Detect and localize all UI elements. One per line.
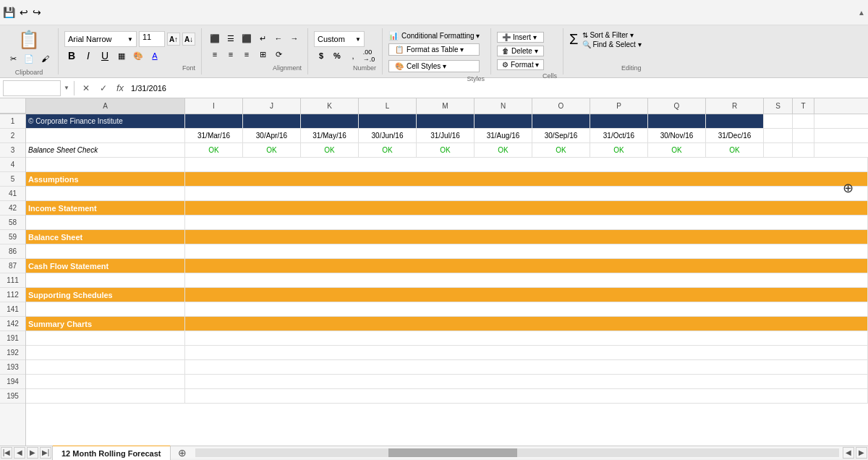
col-header-i[interactable]: I	[185, 98, 243, 114]
row-num-58[interactable]: 58	[0, 216, 25, 230]
cell-r2[interactable]: 31/Dec/16	[706, 129, 764, 142]
cell-j1[interactable]	[243, 114, 301, 128]
cell-n3[interactable]: OK	[475, 143, 532, 157]
scrollbar-thumb[interactable]	[388, 448, 517, 457]
cell-a2[interactable]	[26, 129, 185, 142]
scroll-right-button[interactable]: ▶	[856, 447, 867, 459]
col-header-j[interactable]: J	[243, 98, 301, 114]
cell-m1[interactable]	[417, 114, 475, 128]
select-all-button[interactable]	[0, 98, 26, 114]
cell-j3[interactable]: OK	[243, 143, 301, 157]
align-left-icon[interactable]: ≡	[208, 47, 222, 61]
cell-a42[interactable]: Income Statement	[26, 201, 185, 215]
cell-a41[interactable]	[26, 187, 185, 200]
row-num-2[interactable]: 2	[0, 129, 25, 143]
comma-button[interactable]: ,	[346, 48, 360, 63]
cell-rest194[interactable]	[185, 375, 868, 388]
row-num-141[interactable]: 141	[0, 302, 25, 317]
cell-rest4[interactable]	[185, 158, 868, 171]
cell-q1[interactable]	[648, 114, 706, 128]
row-num-42[interactable]: 42	[0, 201, 25, 216]
expand-namebox-icon[interactable]: ▼	[64, 85, 69, 91]
cell-rest193[interactable]	[185, 360, 868, 374]
cell-l1[interactable]	[359, 114, 417, 128]
cell-p3[interactable]: OK	[590, 143, 648, 157]
col-header-o[interactable]: O	[532, 98, 590, 114]
cell-r1[interactable]	[706, 114, 764, 128]
row-num-4[interactable]: 4	[0, 158, 25, 172]
align-right-icon[interactable]: ≡	[239, 47, 254, 61]
cell-i3[interactable]: OK	[185, 143, 243, 157]
row-num-5[interactable]: 5	[0, 172, 25, 187]
cell-m3[interactable]: OK	[417, 143, 475, 157]
increase-decimal-button[interactable]: .00→.0	[362, 48, 376, 63]
cell-a194[interactable]	[26, 375, 185, 388]
paste-icon[interactable]: 📋	[19, 30, 39, 50]
horizontal-scrollbar[interactable]	[195, 448, 839, 457]
font-size-input[interactable]: 11	[139, 31, 165, 47]
row-num-1[interactable]: 1	[0, 114, 25, 129]
cell-i2[interactable]: 31/Mar/16	[185, 129, 243, 142]
add-sheet-button[interactable]: ⊕	[172, 444, 192, 461]
align-top-center-icon[interactable]: ☰	[224, 31, 238, 46]
cell-k1[interactable]	[301, 114, 359, 128]
cell-rest86[interactable]	[185, 244, 868, 258]
cell-k2[interactable]: 31/May/16	[301, 129, 359, 142]
cell-a86[interactable]	[26, 244, 185, 258]
row-num-3[interactable]: 3	[0, 143, 25, 158]
cell-rest58[interactable]	[185, 216, 868, 229]
cell-a4[interactable]	[26, 158, 185, 171]
copy-icon[interactable]: 📄	[22, 51, 36, 66]
cell-rest195[interactable]	[185, 389, 868, 403]
cell-rest141[interactable]	[185, 302, 868, 316]
undo-icon[interactable]: ↩	[20, 7, 28, 18]
align-center-icon[interactable]: ≡	[224, 47, 238, 61]
sheet-tab[interactable]: 12 Month Rolling Forecast	[52, 445, 171, 461]
cell-i1[interactable]	[185, 114, 243, 128]
conditional-formatting-button[interactable]: Conditional Formatting ▾	[401, 32, 480, 40]
cell-o3[interactable]: OK	[532, 143, 590, 157]
col-header-m[interactable]: M	[417, 98, 475, 114]
format-as-table-button[interactable]: 📋 Format as Table ▾	[388, 43, 480, 56]
cell-o1[interactable]	[532, 114, 590, 128]
cell-a142[interactable]: Summary Charts	[26, 317, 185, 331]
format-button[interactable]: ⚙ Format ▾	[497, 59, 544, 70]
cell-s3[interactable]	[764, 143, 793, 157]
cell-a111[interactable]	[26, 273, 185, 287]
border-button[interactable]: ▦	[114, 48, 129, 63]
font-name-selector[interactable]: Arial Narrow ▼	[64, 31, 137, 47]
cell-n1[interactable]	[475, 114, 532, 128]
cell-orange-59[interactable]	[185, 230, 868, 244]
find-select-button[interactable]: 🔍 Find & Select ▾	[582, 41, 641, 48]
currency-button[interactable]: $	[314, 48, 328, 63]
align-top-right-icon[interactable]: ⬛	[239, 31, 254, 46]
row-num-59[interactable]: 59	[0, 230, 25, 244]
col-header-q[interactable]: Q	[648, 98, 706, 114]
col-header-p[interactable]: P	[590, 98, 648, 114]
sort-filter-button[interactable]: ⇅ Sort & Filter ▾	[582, 31, 641, 39]
cell-p2[interactable]: 31/Oct/16	[590, 129, 648, 142]
cell-l3[interactable]: OK	[359, 143, 417, 157]
cell-orange-5[interactable]	[185, 172, 868, 186]
save-icon[interactable]: 💾	[3, 7, 15, 18]
cell-t2[interactable]	[793, 129, 814, 142]
row-num-194[interactable]: 194	[0, 375, 25, 389]
insert-button[interactable]: ➕ Insert ▾	[497, 32, 544, 43]
number-format-selector[interactable]: Custom ▼	[314, 31, 365, 47]
increase-font-icon[interactable]: A↑	[167, 33, 180, 46]
cell-orange-142[interactable]	[185, 317, 868, 331]
cell-l2[interactable]: 30/Jun/16	[359, 129, 417, 142]
col-header-s[interactable]: S	[764, 98, 793, 114]
tab-scroll-left-button[interactable]: ◀	[14, 447, 25, 459]
col-header-t[interactable]: T	[793, 98, 814, 114]
format-painter-icon[interactable]: 🖌	[38, 51, 52, 66]
redo-icon[interactable]: ↪	[33, 7, 41, 18]
delete-button[interactable]: 🗑 Delete ▾	[497, 46, 544, 56]
ribbon-collapse-icon[interactable]: ▲	[858, 9, 865, 17]
row-num-142[interactable]: 142	[0, 317, 25, 331]
cell-a5[interactable]: Assumptions	[26, 172, 185, 186]
row-num-195[interactable]: 195	[0, 389, 25, 404]
tab-scroll-right-button[interactable]: ▶	[27, 447, 38, 459]
indent-increase-icon[interactable]: →	[287, 31, 302, 46]
col-header-l[interactable]: L	[359, 98, 417, 114]
